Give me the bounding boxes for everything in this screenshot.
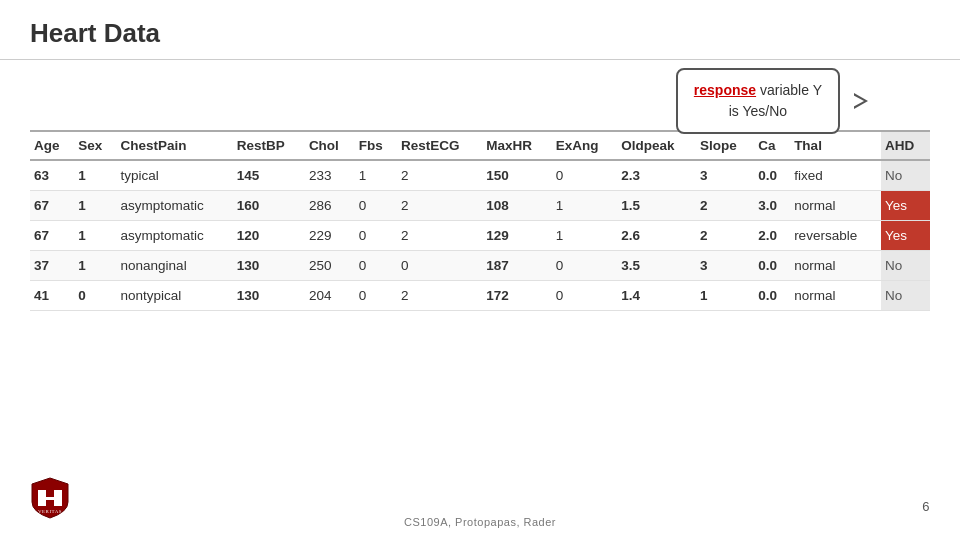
table-cell: 67	[30, 221, 74, 251]
table-cell: 2	[397, 281, 482, 311]
col-header-age: Age	[30, 131, 74, 160]
footer: VERITAS CS109A, Protopapas, Rader 6	[0, 516, 960, 528]
footer-text: CS109A, Protopapas, Rader	[404, 516, 556, 528]
table-row: 671asymptomatic1602860210811.523.0normal…	[30, 191, 930, 221]
col-header-ca: Ca	[754, 131, 790, 160]
col-header-ahd: AHD	[881, 131, 930, 160]
table-cell: 2	[696, 221, 754, 251]
table-cell: Yes	[881, 221, 930, 251]
page-title: Heart Data	[0, 0, 960, 60]
table-cell: 0	[355, 251, 397, 281]
table-cell: 1	[552, 221, 618, 251]
table-cell: 67	[30, 191, 74, 221]
table-row: 631typical1452331215002.330.0fixedNo	[30, 160, 930, 191]
table-cell: 2.3	[617, 160, 696, 191]
table-cell: 3.0	[754, 191, 790, 221]
footer-logo: VERITAS	[30, 476, 74, 520]
table-cell: normal	[790, 251, 881, 281]
table-cell: 0	[355, 281, 397, 311]
table-cell: normal	[790, 191, 881, 221]
table-row: 410nontypical1302040217201.410.0normalNo	[30, 281, 930, 311]
table-cell: 0	[397, 251, 482, 281]
table-row: 371nonanginal1302500018703.530.0normalNo	[30, 251, 930, 281]
table-cell: 2.6	[617, 221, 696, 251]
table-cell: 0	[355, 191, 397, 221]
table-cell: asymptomatic	[117, 221, 233, 251]
table-cell: 129	[482, 221, 551, 251]
table-cell: 130	[233, 251, 305, 281]
table-cell: No	[881, 251, 930, 281]
table-cell: 0	[355, 221, 397, 251]
table-cell: typical	[117, 160, 233, 191]
col-header-thal: Thal	[790, 131, 881, 160]
table-cell: 204	[305, 281, 355, 311]
table-cell: 187	[482, 251, 551, 281]
table-cell: Yes	[881, 191, 930, 221]
table-cell: 1	[696, 281, 754, 311]
table-cell: 1	[552, 191, 618, 221]
col-header-chol: Chol	[305, 131, 355, 160]
table-cell: 286	[305, 191, 355, 221]
col-header-restecg: RestECG	[397, 131, 482, 160]
table-cell: 37	[30, 251, 74, 281]
table-cell: 250	[305, 251, 355, 281]
table-cell: nontypical	[117, 281, 233, 311]
table-cell: 172	[482, 281, 551, 311]
table-cell: 2	[397, 160, 482, 191]
col-header-maxhr: MaxHR	[482, 131, 551, 160]
table-cell: 63	[30, 160, 74, 191]
table-cell: No	[881, 281, 930, 311]
table-cell: 2	[696, 191, 754, 221]
callout-text-isyesno: is Yes/No	[729, 103, 787, 119]
table-cell: 2.0	[754, 221, 790, 251]
callout-text-variable: variable	[756, 82, 813, 98]
table-cell: nonanginal	[117, 251, 233, 281]
col-header-oldpeak: Oldpeak	[617, 131, 696, 160]
col-header-fbs: Fbs	[355, 131, 397, 160]
table-cell: 160	[233, 191, 305, 221]
callout-text-Y: Y	[813, 82, 822, 98]
table-cell: 0	[552, 251, 618, 281]
table-cell: 233	[305, 160, 355, 191]
table-cell: 2	[397, 191, 482, 221]
table-cell: 3	[696, 160, 754, 191]
table-cell: 0	[552, 281, 618, 311]
heart-data-table: AgeSexChestPainRestBPCholFbsRestECGMaxHR…	[30, 130, 930, 311]
table-cell: 0.0	[754, 281, 790, 311]
table-cell: 0.0	[754, 160, 790, 191]
table-cell: 229	[305, 221, 355, 251]
svg-text:VERITAS: VERITAS	[38, 509, 62, 514]
table-cell: 108	[482, 191, 551, 221]
col-header-sex: Sex	[74, 131, 116, 160]
col-header-exang: ExAng	[552, 131, 618, 160]
table-cell: 120	[233, 221, 305, 251]
table-cell: 0	[74, 281, 116, 311]
table-cell: 145	[233, 160, 305, 191]
table-cell: 3.5	[617, 251, 696, 281]
callout-bubble: response variable Yis Yes/No	[676, 68, 840, 134]
callout-response-word: response	[694, 82, 756, 98]
table-cell: 1.5	[617, 191, 696, 221]
table-cell: 1	[355, 160, 397, 191]
table-cell: normal	[790, 281, 881, 311]
col-header-restbp: RestBP	[233, 131, 305, 160]
table-cell: 0.0	[754, 251, 790, 281]
table-row: 671asymptomatic1202290212912.622.0revers…	[30, 221, 930, 251]
table-cell: 3	[696, 251, 754, 281]
table-cell: No	[881, 160, 930, 191]
table-cell: fixed	[790, 160, 881, 191]
table-cell: 1	[74, 160, 116, 191]
table-cell: 2	[397, 221, 482, 251]
table-header-row: AgeSexChestPainRestBPCholFbsRestECGMaxHR…	[30, 131, 930, 160]
col-header-slope: Slope	[696, 131, 754, 160]
footer-page-number: 6	[922, 499, 930, 514]
table-cell: 0	[552, 160, 618, 191]
table-cell: 41	[30, 281, 74, 311]
col-header-chestpain: ChestPain	[117, 131, 233, 160]
table-cell: 1	[74, 221, 116, 251]
table-cell: 130	[233, 281, 305, 311]
table-cell: 150	[482, 160, 551, 191]
table-cell: 1	[74, 191, 116, 221]
table-cell: 1.4	[617, 281, 696, 311]
table-cell: reversable	[790, 221, 881, 251]
